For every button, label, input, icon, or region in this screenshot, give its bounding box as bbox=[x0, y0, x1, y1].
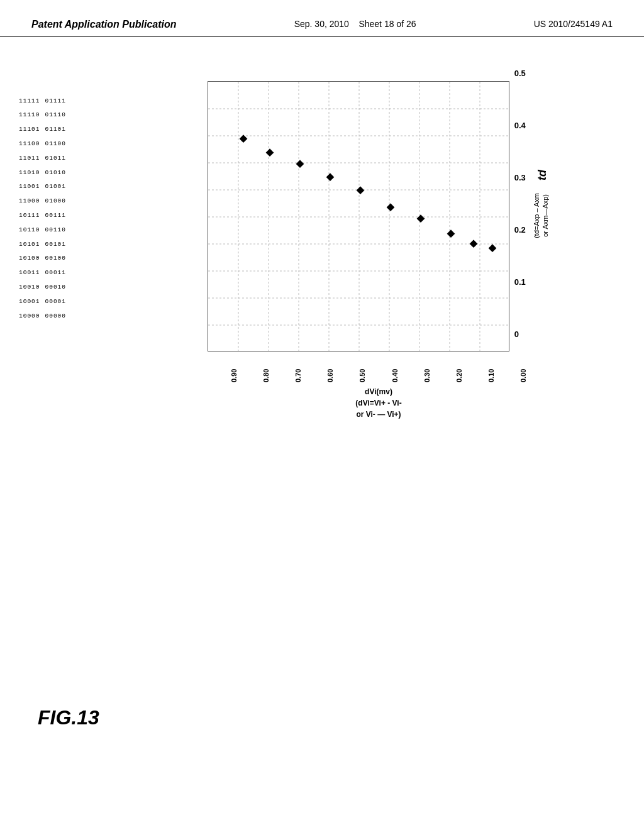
svg-rect-23 bbox=[386, 203, 394, 211]
binary-label-row: 1010100101 bbox=[19, 237, 132, 252]
svg-rect-27 bbox=[488, 244, 496, 252]
binary-label-row: 1111101111 bbox=[19, 94, 132, 108]
svg-rect-26 bbox=[469, 240, 477, 248]
figure-label: FIG.13 bbox=[38, 706, 99, 729]
td-label: td bbox=[536, 170, 549, 180]
x-tick-label: 0.00 bbox=[519, 354, 527, 382]
binary-label-row: 1011100111 bbox=[19, 208, 132, 223]
main-content: 1111101111111100111011101011011110001100… bbox=[0, 37, 644, 811]
binary-label-row: 1110101101 bbox=[19, 123, 132, 137]
binary-label-row: 1111001110 bbox=[19, 108, 132, 123]
x-tick-label: 0.90 bbox=[230, 354, 238, 382]
left-binary-labels: 1111101111111100111011101011011110001100… bbox=[19, 62, 132, 798]
x-tick-label: 0.70 bbox=[294, 354, 302, 382]
binary-label-row: 1110001100 bbox=[19, 136, 132, 151]
x-tick-label: 0.50 bbox=[358, 354, 366, 382]
svg-rect-20 bbox=[296, 160, 304, 168]
binary-label-row: 1100101001 bbox=[19, 180, 132, 194]
binary-label-row: 1100001000 bbox=[19, 194, 132, 209]
x-tick-label: 0.40 bbox=[391, 354, 399, 382]
binary-label-row: 1011000110 bbox=[19, 223, 132, 237]
patent-number: US 2010/245149 A1 bbox=[534, 19, 613, 29]
x-tick-label: 0.60 bbox=[326, 354, 334, 382]
x-tick-label: 0.30 bbox=[423, 354, 431, 382]
x-tick-label: 0.10 bbox=[487, 354, 495, 382]
svg-rect-24 bbox=[416, 214, 425, 223]
svg-rect-25 bbox=[447, 230, 455, 238]
svg-rect-22 bbox=[356, 186, 364, 194]
y-axis-secondary-label: (td=Axp – Axm or Axm—Axp) bbox=[532, 193, 550, 238]
binary-label-row: 1000000000 bbox=[19, 309, 132, 323]
binary-label-row: 1101101011 bbox=[19, 151, 132, 165]
x-tick-label: 0.80 bbox=[262, 354, 270, 382]
date-label: Sep. 30, 2010 Sheet 18 of 26 bbox=[294, 19, 416, 29]
svg-rect-19 bbox=[265, 148, 274, 157]
x-tick-label: 0.20 bbox=[455, 354, 463, 382]
binary-label-row: 1000100001 bbox=[19, 294, 132, 309]
binary-label-row: 1010000100 bbox=[19, 252, 132, 266]
x-axis-label: dVi(mv) (dVi=Vi+ - Vi- or Vi- — Vi+) bbox=[355, 386, 401, 420]
svg-rect-21 bbox=[326, 173, 334, 181]
page-header: Patent Application Publication Sep. 30, … bbox=[0, 0, 644, 37]
binary-label-row: 1001000010 bbox=[19, 280, 132, 294]
y-axis-ticks: 0.5 0.4 0.3 0.2 0.1 0 bbox=[509, 69, 526, 339]
chart-container bbox=[208, 81, 509, 351]
publication-label: Patent Application Publication bbox=[31, 19, 177, 30]
x-axis-ticks: 0.900.800.700.600.500.400.300.200.100.00 bbox=[228, 354, 530, 382]
binary-label-row: 1001100011 bbox=[19, 266, 132, 280]
right-axis-labels: td (td=Axp – Axm or Axm—Axp) bbox=[532, 69, 550, 339]
binary-label-row: 1101001010 bbox=[19, 165, 132, 180]
